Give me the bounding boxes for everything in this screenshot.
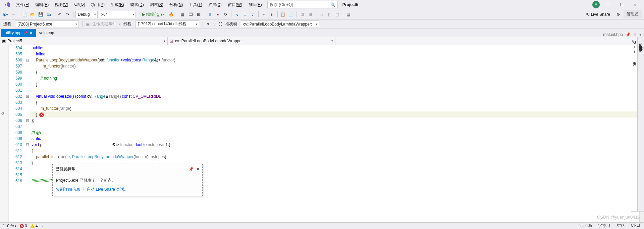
code-line[interactable]: { [30, 99, 639, 105]
pause-icon[interactable]: ⏸ [206, 11, 213, 18]
continue-button[interactable]: ▶ 继续(C) ▾ [140, 11, 167, 17]
menu-item[interactable]: 视图(V) [52, 1, 71, 9]
redo-icon[interactable]: ↷ [64, 11, 71, 18]
menu-item[interactable]: 窗口(W) [225, 1, 245, 9]
fold-toggle[interactable]: ⊟ [25, 93, 30, 99]
forward-button[interactable]: → [10, 11, 17, 18]
step-out-icon[interactable]: ⤴ [250, 11, 256, 18]
fold-column[interactable]: ⊟⊟⊟⊟ [25, 45, 30, 222]
save-icon[interactable]: 💾 [37, 11, 44, 18]
fold-toggle[interactable]: ⊟ [25, 142, 30, 148]
restart-icon[interactable]: ⟳ [222, 11, 229, 18]
save-all-icon[interactable]: 🗃 [45, 11, 52, 18]
menu-item[interactable]: 工具(T) [186, 1, 205, 9]
tool-icon-b[interactable]: ⫾ [269, 11, 275, 18]
dbg-icon-1[interactable]: ▦ [179, 11, 186, 18]
menu-item[interactable]: 调试(D) [127, 1, 147, 9]
platform-select[interactable]: x64 [99, 11, 136, 18]
fold-toggle[interactable]: ⊟ [25, 57, 30, 63]
fold-toggle[interactable] [25, 51, 30, 57]
nav-fwd-icon[interactable]: → [51, 224, 55, 228]
stackframe-select[interactable]: cv::ParallelLoopBodyLambdaWrapper: [241, 20, 319, 28]
git-changes-tab[interactable]: Git 更改 [631, 37, 638, 212]
tool-icon-c[interactable]: 📋 [280, 11, 286, 18]
hot-reload-icon[interactable]: 🔥 [168, 11, 175, 18]
fold-toggle[interactable] [25, 148, 30, 154]
fold-toggle[interactable] [25, 111, 30, 118]
fold-toggle[interactable] [25, 99, 30, 105]
fold-toggle[interactable] [25, 172, 30, 178]
fold-toggle[interactable] [25, 87, 30, 93]
process-select[interactable]: [7208] Project5.exe [15, 20, 79, 28]
code-editor[interactable]: ⟳ 59459559659759859960060160260360460560… [0, 45, 644, 222]
new-icon[interactable]: 📄 [21, 11, 28, 18]
undo-icon[interactable]: ↶ [56, 11, 63, 18]
tool-icon-h[interactable]: ▯ [326, 11, 333, 18]
live-share-button[interactable]: ⇱ Live Share [582, 12, 613, 17]
menu-item[interactable]: Git(G) [71, 1, 88, 9]
tab-yolo-cpp[interactable]: yolo.cpp [36, 29, 58, 37]
warning-count[interactable]: 4 [31, 224, 38, 228]
fold-toggle[interactable]: ⊟ [25, 118, 30, 124]
fold-toggle[interactable] [25, 166, 30, 172]
menu-item[interactable]: 测试(S) [147, 1, 166, 9]
code-line[interactable]: }; [30, 118, 639, 124]
pin-icon[interactable]: 📌 [23, 31, 28, 35]
code-line[interactable]: m_functor(range); [30, 105, 639, 111]
fold-toggle[interactable] [25, 154, 30, 160]
filter-icon[interactable]: ▼ [206, 22, 210, 27]
config-select[interactable]: Debug [75, 11, 98, 18]
life-icon[interactable]: ▣ [86, 22, 90, 27]
code-line[interactable]: { [30, 69, 639, 75]
filter2-icon[interactable]: ▽ [213, 22, 216, 27]
nav-scope-select[interactable]: ▣ Project5 [0, 37, 168, 45]
code-line[interactable]: } [30, 81, 639, 87]
copy-details-link[interactable]: 复制详细信息 [56, 187, 80, 192]
code-line[interactable]: : m_functor(functor) [30, 63, 639, 69]
menu-item[interactable]: 扩展(X) [206, 1, 224, 9]
maximize-button[interactable]: ☐ [616, 1, 627, 8]
fold-toggle[interactable] [25, 124, 30, 130]
fold-toggle[interactable] [25, 130, 30, 136]
stop-icon[interactable]: ■ [214, 11, 221, 18]
solution-explorer-tab[interactable]: 解决方案资源管理器 [638, 37, 644, 212]
indent-mode[interactable]: 空格 [617, 223, 625, 229]
fold-toggle[interactable] [25, 75, 30, 81]
tool-icon-d[interactable]: 📄 [288, 11, 294, 18]
code-line[interactable]: { [30, 148, 639, 154]
code-line[interactable] [30, 87, 639, 93]
nav-member-select[interactable] [335, 37, 636, 45]
more-icon[interactable]: ⋮ [322, 22, 326, 27]
code-line[interactable]: static [30, 136, 639, 142]
tool-icon-g[interactable]: ▭ [318, 11, 325, 18]
code-line[interactable]: inline [30, 51, 639, 57]
minimize-button[interactable]: — [603, 1, 613, 8]
code-line[interactable]: // nothing [30, 75, 639, 81]
open-icon[interactable]: 📂 [29, 11, 36, 18]
fold-toggle[interactable] [25, 105, 30, 111]
line-ending[interactable]: CRLF [631, 223, 641, 229]
fold-toggle[interactable] [25, 136, 30, 142]
code-line[interactable]: public: [30, 45, 639, 51]
menu-item[interactable]: 文件(F) [13, 1, 32, 9]
fold-toggle[interactable] [25, 45, 30, 51]
step-into-icon[interactable]: ↘ [233, 11, 240, 18]
popup-pin-icon[interactable]: 📌 [189, 167, 194, 172]
code-line[interactable]: parallel_for_(range, ParallelLoopBodyLam… [30, 154, 639, 160]
stack-icon[interactable]: ☷ [219, 22, 222, 27]
tab-dropdown-icon[interactable]: ▾ [639, 32, 641, 37]
start-live-share-link[interactable]: 启动 Live Share 会话... [87, 187, 127, 192]
step-over-icon[interactable]: ⤵ [241, 11, 248, 18]
dbg-icon-2[interactable]: 🗔 [187, 11, 194, 18]
error-count[interactable]: ✕ 0 [20, 224, 27, 228]
code-line[interactable] [30, 124, 639, 130]
tool-icon-j[interactable]: ▤ [345, 11, 352, 18]
fold-toggle[interactable] [25, 69, 30, 75]
user-avatar[interactable]: 喜 [592, 1, 600, 8]
menu-item[interactable]: 编辑(E) [33, 1, 51, 9]
tab-right-file[interactable]: mat.inl.hpp [603, 32, 623, 37]
close-button[interactable]: ✕ [630, 1, 640, 8]
tab-close-icon[interactable]: ✕ [633, 32, 637, 37]
tool-icon-e[interactable]: ⊡ [299, 11, 306, 18]
close-tab-icon[interactable]: ✕ [30, 31, 33, 35]
